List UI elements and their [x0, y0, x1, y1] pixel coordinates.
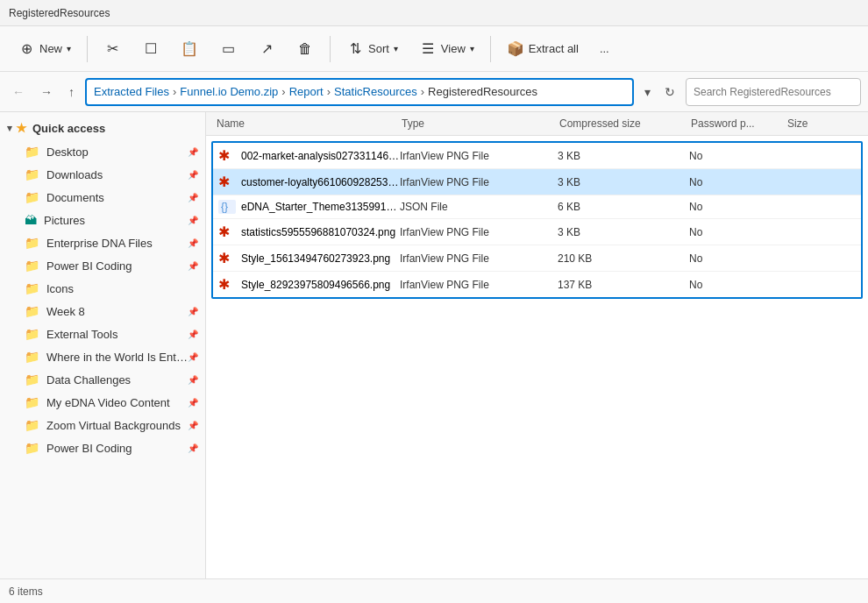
password-cell: No — [689, 226, 786, 238]
refresh-button[interactable]: ↻ — [659, 82, 680, 103]
sidebar-item-9[interactable]: 📁Where in the World Is Enterpr...📌 — [0, 345, 205, 368]
sidebar-item-6[interactable]: 📁Icons — [0, 277, 205, 300]
sidebar-item-12[interactable]: 📁Zoom Virtual Backgrounds📌 — [0, 414, 205, 436]
paste-icon: 📋 — [181, 40, 198, 58]
file-type-icon: ✱ — [218, 250, 236, 266]
new-chevron-icon: ▾ — [67, 44, 71, 53]
sidebar-item-10[interactable]: 📁Data Challenges📌 — [0, 368, 205, 391]
table-row[interactable]: ✱statistics5955596881070324.pngIrfanView… — [213, 219, 861, 245]
sidebar-item-5[interactable]: 📁Power BI Coding📌 — [0, 254, 205, 277]
file-name: eDNA_Starter_Theme31359913017.... — [241, 201, 400, 213]
compressed-size-cell: 6 KB — [558, 201, 689, 213]
sidebar-item-label: Zoom Virtual Backgrounds — [46, 419, 181, 432]
compressed-size-cell: 3 KB — [558, 150, 689, 162]
pin-icon: 📌 — [188, 307, 198, 316]
folder-icon: 📁 — [25, 167, 39, 181]
address-bar[interactable]: Extracted Files › Funnel.io Demo.zip › R… — [85, 78, 634, 106]
copy-button[interactable]: ☐ — [133, 35, 168, 63]
sidebar-item-8[interactable]: 📁External Tools📌 — [0, 323, 205, 345]
more-button[interactable]: ... — [591, 37, 618, 60]
search-input[interactable] — [686, 78, 861, 106]
folder-icon: 📁 — [25, 395, 39, 409]
sidebar-item-7[interactable]: 📁Week 8📌 — [0, 300, 205, 323]
extract-icon: 📦 — [507, 40, 524, 58]
file-type-cell: IrfanView PNG File — [400, 226, 558, 238]
file-name: Style_15613494760273923.png — [241, 252, 390, 265]
crumb-4[interactable]: StaticResources — [334, 85, 417, 98]
share-button[interactable]: ↗ — [249, 35, 284, 63]
sidebar-item-label: Power BI Coding — [46, 442, 132, 455]
file-type-cell: IrfanView PNG File — [400, 279, 558, 291]
sidebar-item-13[interactable]: 📁Power BI Coding📌 — [0, 436, 205, 459]
dropdown-button[interactable]: ▾ — [639, 82, 656, 103]
pin-icon: 📌 — [188, 352, 198, 362]
file-type-icon: ✱ — [218, 223, 236, 240]
delete-button[interactable]: 🗑 — [288, 35, 323, 63]
file-type-icon: {} — [218, 200, 236, 214]
crumb-3[interactable]: Report — [289, 85, 324, 98]
file-type-cell: IrfanView PNG File — [400, 176, 558, 188]
password-cell: No — [689, 150, 786, 162]
sidebar-item-1[interactable]: 📁Downloads📌 — [0, 163, 205, 186]
view-icon: ☰ — [419, 40, 437, 58]
quick-access-star-icon: ★ — [16, 121, 27, 135]
folder-icon: 📁 — [25, 350, 39, 364]
sidebar-item-3[interactable]: 🏔Pictures📌 — [0, 209, 205, 231]
new-icon: ⊕ — [18, 40, 35, 58]
folder-icon: 📁 — [25, 281, 39, 295]
folder-icon: 📁 — [25, 327, 39, 341]
status-bar: 6 items — [0, 578, 868, 603]
rename-button[interactable]: ▭ — [210, 35, 245, 63]
table-row[interactable]: ✱Style_82923975809496566.pngIrfanView PN… — [213, 272, 861, 297]
quick-access-header[interactable]: ▾ ★ Quick access — [0, 116, 205, 140]
table-row[interactable]: ✱002-market-analysis02733114689....Irfan… — [213, 143, 861, 169]
up-button[interactable]: ↑ — [63, 82, 80, 103]
pin-icon: 📌 — [188, 261, 198, 271]
view-chevron-icon: ▾ — [470, 44, 474, 53]
sidebar: ▾ ★ Quick access 📁Desktop📌📁Downloads📌📁Do… — [0, 112, 206, 578]
crumb-5[interactable]: RegisteredResources — [428, 85, 537, 98]
file-type-icon: ✱ — [218, 174, 236, 190]
sidebar-item-label: Where in the World Is Enterpr... — [46, 351, 188, 364]
folder-icon: 📁 — [25, 190, 39, 204]
file-list: ✱002-market-analysis02733114689....Irfan… — [211, 141, 863, 299]
file-area: Name Type Compressed size Password p... … — [206, 112, 868, 578]
paste-button[interactable]: 📋 — [172, 35, 207, 63]
delete-icon: 🗑 — [296, 40, 314, 58]
new-button[interactable]: ⊕ New ▾ — [9, 35, 80, 63]
rename-icon: ▭ — [219, 40, 237, 58]
sort-button[interactable]: ⇅ Sort ▾ — [338, 35, 407, 63]
sidebar-item-label: Power BI Coding — [46, 259, 132, 273]
file-type-icon: ✱ — [218, 276, 236, 293]
file-name: customer-loyalty66106092825332.... — [241, 176, 400, 188]
crumb-1[interactable]: Extracted Files — [94, 85, 169, 98]
sidebar-item-4[interactable]: 📁Enterprise DNA Files📌 — [0, 231, 205, 254]
folder-icon: 📁 — [25, 236, 39, 250]
toolbar: ⊕ New ▾ ✂ ☐ 📋 ▭ ↗ 🗑 ⇅ Sort ▾ ☰ View ▾ 📦 … — [0, 26, 868, 72]
sidebar-item-0[interactable]: 📁Desktop📌 — [0, 140, 205, 163]
folder-icon: 📁 — [25, 372, 39, 387]
pin-icon: 📌 — [188, 216, 198, 225]
file-type-cell: IrfanView PNG File — [400, 252, 558, 265]
sidebar-item-label: Week 8 — [46, 305, 85, 318]
password-cell: No — [689, 201, 786, 213]
pin-icon: 📌 — [188, 443, 198, 453]
title-text: RegisteredResources — [9, 7, 110, 19]
share-icon: ↗ — [258, 40, 275, 58]
table-row[interactable]: {}eDNA_Starter_Theme31359913017....JSON … — [213, 195, 861, 219]
back-button[interactable]: ← — [7, 82, 30, 103]
view-button[interactable]: ☰ View ▾ — [410, 35, 483, 63]
extract-button[interactable]: 📦 Extract all — [498, 35, 587, 63]
pin-icon: 📌 — [188, 421, 198, 430]
pin-icon: 📌 — [188, 330, 198, 339]
sidebar-item-11[interactable]: 📁My eDNA Video Content📌 — [0, 391, 205, 414]
table-row[interactable]: ✱Style_15613494760273923.pngIrfanView PN… — [213, 245, 861, 272]
table-row[interactable]: ✱customer-loyalty66106092825332....Irfan… — [213, 169, 861, 195]
crumb-2[interactable]: Funnel.io Demo.zip — [180, 85, 278, 98]
sidebar-item-label: Pictures — [44, 214, 85, 227]
sidebar-item-2[interactable]: 📁Documents📌 — [0, 186, 205, 209]
forward-button[interactable]: → — [35, 82, 58, 103]
file-name: 002-market-analysis02733114689.... — [241, 150, 400, 162]
status-text: 6 items — [9, 585, 43, 598]
cut-button[interactable]: ✂ — [95, 35, 130, 63]
